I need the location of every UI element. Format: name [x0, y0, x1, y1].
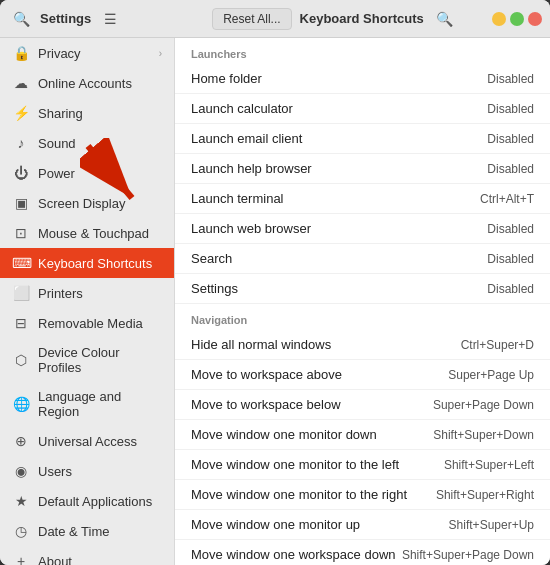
sidebar-item-universal-access[interactable]: ⊕Universal Access [0, 426, 174, 456]
shortcut-row[interactable]: SearchDisabled [175, 244, 550, 274]
shortcut-name: Move to workspace above [191, 367, 448, 382]
shortcut-row[interactable]: Move window one monitor to the rightShif… [175, 480, 550, 510]
shortcut-row[interactable]: Launch calculatorDisabled [175, 94, 550, 124]
shortcut-row[interactable]: Move window one monitor to the leftShift… [175, 450, 550, 480]
titlebar-center: Reset All... Keyboard Shortcuts 🔍 [178, 6, 492, 32]
shortcut-key: Disabled [487, 102, 534, 116]
shortcut-row[interactable]: Move to workspace aboveSuper+Page Up [175, 360, 550, 390]
sound-label: Sound [38, 136, 162, 151]
shortcut-name: Move window one workspace down [191, 547, 402, 562]
close-button[interactable] [528, 12, 542, 26]
shortcut-row[interactable]: Launch email clientDisabled [175, 124, 550, 154]
content-wrapper: 🔒Privacy›☁Online Accounts⚡Sharing♪Sound⏻… [0, 38, 550, 565]
menu-button[interactable]: ☰ [97, 6, 123, 32]
shortcut-row[interactable]: SettingsDisabled [175, 274, 550, 304]
minimize-button[interactable] [492, 12, 506, 26]
privacy-arrow-icon: › [159, 48, 162, 59]
sidebar-item-online-accounts[interactable]: ☁Online Accounts [0, 68, 174, 98]
shortcut-key: Super+Page Down [433, 398, 534, 412]
shortcut-key: Shift+Super+Left [444, 458, 534, 472]
sharing-label: Sharing [38, 106, 162, 121]
shortcut-key: Ctrl+Alt+T [480, 192, 534, 206]
shortcut-key: Shift+Super+Down [433, 428, 534, 442]
shortcut-key: Disabled [487, 72, 534, 86]
sidebar-item-sharing[interactable]: ⚡Sharing [0, 98, 174, 128]
shortcut-row[interactable]: Launch help browserDisabled [175, 154, 550, 184]
main-panel: LaunchersHome folderDisabledLaunch calcu… [175, 38, 550, 565]
shortcut-name: Move window one monitor to the right [191, 487, 436, 502]
settings-window: 🔍 Settings ☰ Reset All... Keyboard Short… [0, 0, 550, 565]
privacy-label: Privacy [38, 46, 151, 61]
users-icon: ◉ [12, 463, 30, 479]
mouse-touchpad-icon: ⊡ [12, 225, 30, 241]
shortcut-name: Move window one monitor down [191, 427, 433, 442]
shortcut-row[interactable]: Launch web browserDisabled [175, 214, 550, 244]
keyboard-shortcuts-icon: ⌨ [12, 255, 30, 271]
shortcut-row[interactable]: Move to workspace belowSuper+Page Down [175, 390, 550, 420]
settings-title: Settings [40, 11, 91, 26]
reset-all-button[interactable]: Reset All... [212, 8, 291, 30]
date-time-icon: ◷ [12, 523, 30, 539]
date-time-label: Date & Time [38, 524, 162, 539]
kb-search-button[interactable]: 🔍 [432, 6, 458, 32]
shortcut-row[interactable]: Move window one workspace downShift+Supe… [175, 540, 550, 565]
shortcut-name: Hide all normal windows [191, 337, 461, 352]
shortcut-row[interactable]: Home folderDisabled [175, 64, 550, 94]
language-icon: 🌐 [12, 396, 30, 412]
keyboard-shortcuts-label: Keyboard Shortcuts [38, 256, 162, 271]
sidebar-item-users[interactable]: ◉Users [0, 456, 174, 486]
printers-icon: ⬜ [12, 285, 30, 301]
shortcut-name: Move window one monitor up [191, 517, 449, 532]
shortcut-row[interactable]: Hide all normal windowsCtrl+Super+D [175, 330, 550, 360]
sidebar-item-power[interactable]: ⏻Power [0, 158, 174, 188]
shortcut-name: Launch web browser [191, 221, 487, 236]
search-button[interactable]: 🔍 [8, 6, 34, 32]
online-accounts-icon: ☁ [12, 75, 30, 91]
sidebar-item-device-colour[interactable]: ⬡Device Colour Profiles [0, 338, 174, 382]
shortcut-row[interactable]: Launch terminalCtrl+Alt+T [175, 184, 550, 214]
sharing-icon: ⚡ [12, 105, 30, 121]
sidebar-item-screen-display[interactable]: ▣Screen Display [0, 188, 174, 218]
about-label: About [38, 554, 162, 566]
sidebar-item-date-time[interactable]: ◷Date & Time [0, 516, 174, 546]
shortcut-row[interactable]: Move window one monitor downShift+Super+… [175, 420, 550, 450]
sidebar-item-about[interactable]: +About [0, 546, 174, 565]
printers-label: Printers [38, 286, 162, 301]
shortcut-name: Launch email client [191, 131, 487, 146]
online-accounts-label: Online Accounts [38, 76, 162, 91]
removable-media-label: Removable Media [38, 316, 162, 331]
shortcut-name: Move window one monitor to the left [191, 457, 444, 472]
shortcut-key: Shift+Super+Right [436, 488, 534, 502]
sidebar-item-language[interactable]: 🌐Language and Region [0, 382, 174, 426]
universal-access-label: Universal Access [38, 434, 162, 449]
maximize-button[interactable] [510, 12, 524, 26]
language-label: Language and Region [38, 389, 162, 419]
users-label: Users [38, 464, 162, 479]
shortcut-name: Launch calculator [191, 101, 487, 116]
sidebar-item-mouse-touchpad[interactable]: ⊡Mouse & Touchpad [0, 218, 174, 248]
device-colour-label: Device Colour Profiles [38, 345, 162, 375]
titlebar: 🔍 Settings ☰ Reset All... Keyboard Short… [0, 0, 550, 38]
shortcut-name: Launch terminal [191, 191, 480, 206]
shortcut-name: Launch help browser [191, 161, 487, 176]
universal-access-icon: ⊕ [12, 433, 30, 449]
shortcut-row[interactable]: Move window one monitor upShift+Super+Up [175, 510, 550, 540]
sidebar: 🔒Privacy›☁Online Accounts⚡Sharing♪Sound⏻… [0, 38, 175, 565]
sidebar-item-keyboard-shortcuts[interactable]: ⌨Keyboard Shortcuts [0, 248, 174, 278]
sidebar-item-default-apps[interactable]: ★Default Applications [0, 486, 174, 516]
content: 🔒Privacy›☁Online Accounts⚡Sharing♪Sound⏻… [0, 38, 550, 565]
sidebar-item-printers[interactable]: ⬜Printers [0, 278, 174, 308]
shortcut-name: Move to workspace below [191, 397, 433, 412]
about-icon: + [12, 553, 30, 565]
shortcut-key: Disabled [487, 132, 534, 146]
sidebar-item-removable-media[interactable]: ⊟Removable Media [0, 308, 174, 338]
section-header-launchers: Launchers [175, 38, 550, 64]
shortcut-key: Disabled [487, 162, 534, 176]
shortcut-key: Super+Page Up [448, 368, 534, 382]
screen-display-icon: ▣ [12, 195, 30, 211]
sidebar-item-sound[interactable]: ♪Sound [0, 128, 174, 158]
titlebar-left: 🔍 Settings ☰ [8, 6, 178, 32]
kb-title: Keyboard Shortcuts [300, 11, 424, 26]
screen-display-label: Screen Display [38, 196, 162, 211]
sidebar-item-privacy[interactable]: 🔒Privacy› [0, 38, 174, 68]
